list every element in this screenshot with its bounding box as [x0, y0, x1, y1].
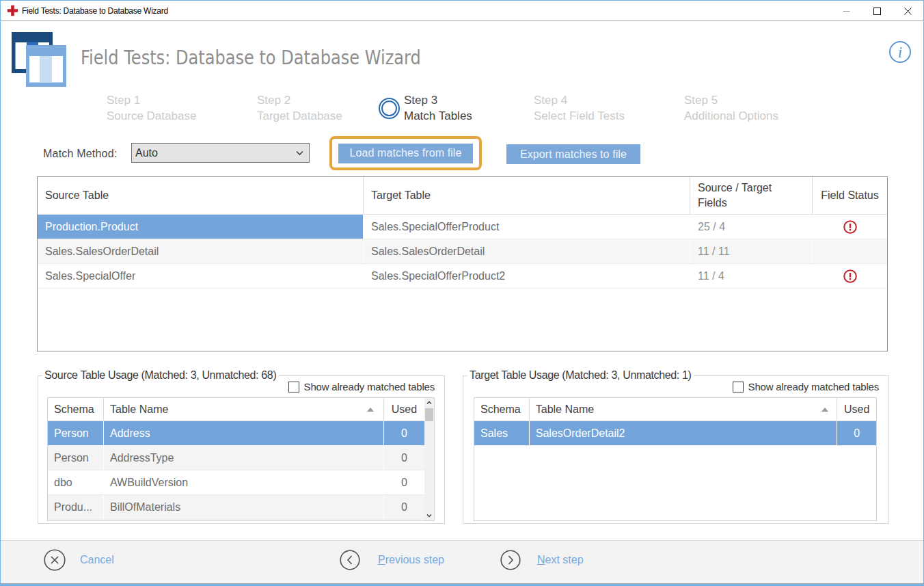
next-circle-icon: [500, 550, 521, 570]
scrollbar-thumb[interactable]: [425, 408, 433, 421]
close-icon: [904, 8, 912, 15]
source-usage-header: Schema Table Name Used: [48, 398, 434, 421]
target-usage-title: Target Table Usage (Matched: 3, Unmatche…: [467, 369, 694, 382]
column-header-used[interactable]: Used: [837, 398, 876, 421]
usage-row-person-address[interactable]: Person Address 0: [48, 421, 434, 446]
export-matches-button[interactable]: Export matches to file: [506, 144, 640, 164]
cancel-circle-icon: [44, 549, 66, 571]
scroll-up-icon[interactable]: [426, 401, 432, 405]
column-header-schema[interactable]: Schema: [474, 398, 530, 421]
used-cell[interactable]: 0: [384, 470, 424, 494]
match-tables-grid: Source Table Target Table Source / Targe…: [37, 176, 888, 351]
target-table-cell[interactable]: Sales.SpecialOfferProduct2: [364, 264, 690, 288]
table-name-cell[interactable]: SalesOrderDetail2: [530, 421, 837, 445]
vertical-scrollbar[interactable]: [424, 398, 434, 520]
used-cell[interactable]: 0: [384, 421, 424, 445]
active-step-indicator-icon: [378, 97, 400, 120]
column-header-target-table[interactable]: Target Table: [364, 177, 690, 214]
column-header-field-status[interactable]: Field Status: [813, 177, 887, 214]
tutorial-highlight-frame: Load matches from file: [329, 136, 482, 170]
match-row-sales-salesorderdetail[interactable]: Sales.SalesOrderDetail Sales.SalesOrderD…: [38, 239, 887, 264]
column-header-table-name[interactable]: Table Name: [104, 398, 384, 421]
used-cell[interactable]: 0: [384, 495, 424, 519]
checkbox-label: Show already matched tables: [748, 381, 879, 392]
usage-row-sales-salesorderdetail2[interactable]: Sales SalesOrderDetail2 0: [474, 421, 876, 446]
svg-text:i: i: [898, 44, 902, 61]
schema-cell[interactable]: dbo: [48, 470, 104, 494]
sort-ascending-icon: [367, 408, 374, 412]
step-1-source-database: Step 1 Source Database: [107, 92, 196, 124]
next-step-button[interactable]: Next step: [500, 541, 584, 579]
table-name-cell[interactable]: BillOfMaterials: [104, 495, 384, 519]
column-header-label: Table Name: [110, 403, 168, 416]
next-step-label: Next step: [537, 554, 584, 566]
page-title: Field Tests: Database to Database Wizard: [81, 46, 421, 69]
schema-cell[interactable]: Person: [48, 446, 104, 470]
field-status-cell: [813, 215, 887, 239]
target-show-matched-checkbox[interactable]: Show already matched tables: [733, 381, 879, 392]
minimize-button[interactable]: [831, 1, 862, 21]
source-show-matched-checkbox[interactable]: Show already matched tables: [288, 381, 435, 392]
load-matches-button[interactable]: Load matches from file: [338, 144, 473, 163]
usage-row-dbo-awbuildversion[interactable]: dbo AWBuildVersion 0: [48, 470, 434, 495]
step-number: Step 3: [404, 92, 472, 108]
fields-count-cell: 25 / 4: [690, 215, 813, 239]
fields-count-cell: 11 / 11: [690, 239, 813, 263]
caption-buttons: [831, 1, 923, 21]
step-3-match-tables: Step 3 Match Tables: [404, 92, 472, 124]
column-header-schema[interactable]: Schema: [48, 398, 104, 421]
previous-step-button[interactable]: Previous step: [340, 541, 444, 579]
fields-count-cell: 11 / 4: [690, 264, 813, 288]
schema-cell[interactable]: Person: [48, 421, 104, 445]
target-usage-header: Schema Table Name Used: [474, 398, 876, 421]
column-header-source-target-fields[interactable]: Source / Target Fields: [690, 177, 813, 214]
target-table-usage-group: Target Table Usage (Matched: 3, Unmatche…: [463, 375, 889, 524]
maximize-icon: [873, 8, 881, 15]
checkbox-unchecked[interactable]: [733, 382, 744, 392]
source-table-cell[interactable]: Sales.SalesOrderDetail: [38, 239, 364, 263]
checkbox-label: Show already matched tables: [304, 381, 435, 392]
checkbox-unchecked[interactable]: [288, 382, 299, 392]
target-usage-grid: Schema Table Name Used Sales SalesOrderD…: [474, 397, 877, 521]
scroll-down-icon[interactable]: [426, 514, 432, 518]
step-label: Match Tables: [404, 108, 472, 124]
close-button[interactable]: [893, 1, 923, 21]
step-label: Select Field Tests: [534, 108, 625, 124]
source-table-cell[interactable]: Production.Product: [38, 215, 364, 239]
source-table-cell[interactable]: Sales.SpecialOffer: [38, 264, 364, 288]
table-name-cell[interactable]: Address: [104, 421, 384, 445]
step-number: Step 5: [684, 92, 778, 108]
match-method-value: Auto: [135, 147, 158, 159]
column-header-source-table[interactable]: Source Table: [38, 177, 364, 214]
schema-cell[interactable]: Sales: [474, 421, 530, 445]
usage-row-person-addresstype[interactable]: Person AddressType 0: [48, 446, 434, 470]
target-table-cell[interactable]: Sales.SpecialOfferProduct: [364, 215, 690, 239]
column-header-table-name[interactable]: Table Name: [530, 398, 837, 421]
step-number: Step 4: [534, 92, 625, 108]
error-status-icon[interactable]: [843, 219, 858, 235]
match-grid-header: Source Table Target Table Source / Targe…: [38, 177, 887, 215]
used-cell[interactable]: 0: [837, 421, 876, 445]
used-cell[interactable]: 0: [384, 446, 424, 470]
previous-step-label: Previous step: [378, 554, 444, 566]
table-name-cell[interactable]: AddressType: [104, 446, 384, 470]
match-method-select[interactable]: Auto: [131, 143, 310, 163]
info-icon[interactable]: i: [888, 40, 912, 64]
error-status-icon[interactable]: [843, 269, 858, 284]
app-window: Field Tests: Database to Database Wizard…: [0, 0, 924, 586]
step-2-target-database: Step 2 Target Database: [257, 92, 342, 124]
match-row-production-product[interactable]: Production.Product Sales.SpecialOfferPro…: [38, 215, 887, 239]
chevron-down-icon: [296, 150, 303, 156]
table-name-cell[interactable]: AWBuildVersion: [104, 470, 384, 494]
target-table-cell[interactable]: Sales.SalesOrderDetail: [364, 239, 690, 263]
schema-cell[interactable]: Produ...: [48, 495, 104, 519]
column-header-used[interactable]: Used: [384, 398, 424, 421]
sort-ascending-icon: [821, 408, 828, 412]
match-row-sales-specialoffer[interactable]: Sales.SpecialOffer Sales.SpecialOfferPro…: [38, 264, 887, 289]
maximize-button[interactable]: [862, 1, 893, 21]
usage-row-production-billofmaterials[interactable]: Produ... BillOfMaterials 0: [48, 495, 434, 520]
titlebar: Field Tests: Database to Database Wizard: [1, 1, 923, 21]
footer-bar: Cancel Previous step Next step: [1, 540, 923, 584]
step-label: Source Database: [107, 108, 196, 124]
cancel-button[interactable]: Cancel: [44, 541, 114, 579]
